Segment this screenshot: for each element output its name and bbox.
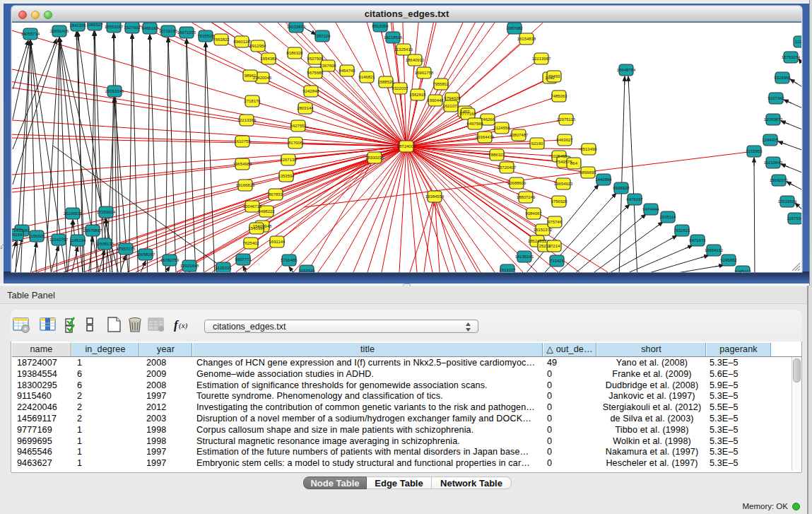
svg-text:9245652: 9245652 [720,258,737,262]
svg-text:6466160: 6466160 [141,26,158,30]
svg-text:6479197: 6479197 [626,197,643,201]
svg-text:39154: 39154 [12,233,23,237]
svg-text:14136141: 14136141 [515,255,534,259]
svg-text:97214: 97214 [548,244,560,248]
svg-text:733426: 733426 [550,259,565,263]
svg-text:14055714: 14055714 [21,32,40,36]
svg-text:12505135: 12505135 [95,242,114,246]
svg-text:10654112: 10654112 [705,248,724,252]
svg-text:19218506: 19218506 [384,35,403,40]
svg-text:7515526: 7515526 [197,34,214,38]
svg-text:1527602: 1527602 [124,25,141,30]
svg-text:8186328: 8186328 [286,51,303,55]
svg-text:9463627: 9463627 [556,138,573,142]
svg-text:1167534: 1167534 [787,216,801,221]
svg-text:9125331: 9125331 [215,266,232,270]
svg-text:9329966: 9329966 [774,76,791,80]
svg-text:7632621: 7632621 [673,228,690,233]
svg-text:18807249: 18807249 [517,195,536,199]
svg-text:10807487: 10807487 [510,133,529,137]
svg-text:867833: 867833 [269,192,283,197]
svg-text:12923448: 12923448 [180,264,199,268]
svg-text:1990448: 1990448 [427,98,444,103]
svg-text:7485063: 7485063 [551,94,567,98]
svg-text:3215953: 3215953 [746,149,763,153]
svg-text:817006: 817006 [288,141,303,145]
svg-text:1562615: 1562615 [409,93,426,97]
svg-text:3267130: 3267130 [280,158,297,162]
svg-text:3124554: 3124554 [493,126,510,130]
svg-text:1353594: 1353594 [278,174,295,178]
svg-text:19384554: 19384554 [425,194,445,199]
svg-text:10688609: 10688609 [507,181,526,185]
svg-text:8938928: 8938928 [613,186,630,190]
svg-text:8454749: 8454749 [339,69,355,73]
svg-text:1156829: 1156829 [29,234,46,238]
svg-text:9242848: 9242848 [302,89,319,93]
svg-text:1691144: 1691144 [269,240,286,244]
svg-text:19654983: 19654983 [233,162,252,166]
svg-text:8471676: 8471676 [689,238,706,243]
svg-text:8813054: 8813054 [372,24,389,28]
svg-text:9513490: 9513490 [580,147,597,151]
svg-text:19654923: 19654923 [554,182,573,186]
svg-text:9498222: 9498222 [258,209,275,214]
svg-text:18524851: 18524851 [528,239,547,243]
svg-text:864: 864 [570,161,578,165]
svg-text:10958167: 10958167 [136,252,155,257]
svg-text:16553267: 16553267 [105,25,124,29]
svg-text:7955812: 7955812 [433,82,449,86]
svg-text:1540994: 1540994 [248,226,265,230]
svg-text:20691406: 20691406 [50,29,69,33]
svg-text:17016504: 17016504 [778,199,797,204]
svg-text:9245012: 9245012 [734,269,751,272]
svg-text:9474444: 9474444 [642,207,659,211]
svg-text:1032539: 1032539 [298,269,315,272]
svg-text:12342757: 12342757 [49,238,69,242]
svg-text:5675685: 5675685 [307,71,324,75]
svg-text:15751074: 15751074 [782,55,801,59]
svg-text:16782759: 16782759 [160,258,180,262]
svg-text:17359924: 17359924 [97,210,116,214]
svg-text:1588520: 1588520 [377,80,394,84]
svg-text:8322037: 8322037 [392,86,408,90]
svg-text:12213967: 12213967 [532,57,551,61]
svg-text:23975867: 23975867 [83,228,102,233]
svg-text:(x): (x) [179,321,188,330]
svg-text:1654382: 1654382 [260,57,277,61]
svg-text:11325419: 11325419 [394,47,413,52]
svg-text:2718176: 2718176 [244,99,261,103]
svg-text:6794028: 6794028 [444,96,461,100]
svg-text:16648784: 16648784 [617,68,636,72]
svg-text:16671355: 16671355 [177,30,196,35]
svg-text:1440954: 1440954 [595,177,612,182]
svg-text:17957275: 17957275 [117,247,136,251]
svg-text:7357224: 7357224 [314,34,331,38]
svg-text:20206538: 20206538 [64,211,83,216]
svg-text:2367608: 2367608 [319,64,336,68]
svg-text:9777169: 9777169 [459,112,476,116]
svg-text:18640910: 18640910 [406,58,425,62]
svg-text:9227342: 9227342 [767,96,784,100]
svg-text:16961758: 16961758 [415,71,434,75]
svg-text:62160: 62160 [531,141,543,146]
svg-text:7886322: 7886322 [488,153,505,157]
svg-text:8427552: 8427552 [290,124,307,128]
svg-text:9657771: 9657771 [235,257,252,262]
svg-text:15720407: 15720407 [498,165,517,170]
svg-text:20053346: 20053346 [105,89,124,93]
svg-text:8960124: 8960124 [233,40,250,44]
svg-text:12213369: 12213369 [237,118,257,122]
svg-text:9899695: 9899695 [579,170,596,175]
svg-text:6497568: 6497568 [466,122,483,126]
svg-text:1913207: 1913207 [499,268,516,272]
svg-text:7625402: 7625402 [242,241,259,245]
svg-text:8912954: 8912954 [249,44,266,48]
svg-text:1145194: 1145194 [70,238,87,243]
svg-text:16154838: 16154838 [517,37,536,41]
svg-text:1610755: 1610755 [234,139,251,144]
svg-text:1065527: 1065527 [86,23,103,27]
svg-text:16210643: 16210643 [764,160,783,165]
svg-text:10046718: 10046718 [243,204,262,209]
svg-text:2935114: 2935114 [660,215,677,219]
